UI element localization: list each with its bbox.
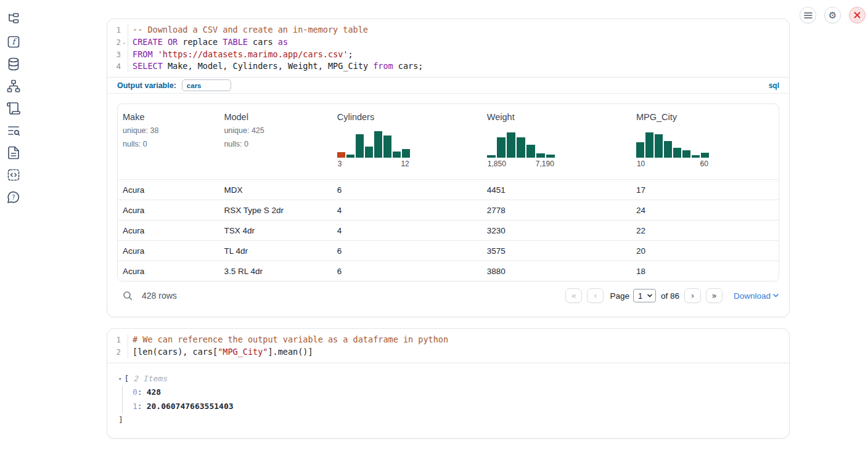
histogram-bar <box>393 152 401 158</box>
code-token: [len(cars), cars[ <box>133 347 218 357</box>
code-token: replace <box>178 37 223 47</box>
python-output: ▾ [ 2 Items 0:4281:20.060747663551403 ] <box>107 363 789 427</box>
table-cell: TSX 4dr <box>219 226 332 235</box>
menu-icon[interactable] <box>800 7 816 23</box>
table-cell: Acura <box>118 185 219 195</box>
chevron-down-icon[interactable]: ▾ <box>118 376 121 382</box>
dependency-graph-icon[interactable] <box>6 79 21 94</box>
table-row[interactable]: Acura3.5 RL 4dr6388018 <box>118 261 779 281</box>
histogram-bars <box>636 129 709 158</box>
code-token: ; <box>348 49 353 59</box>
histogram-min-label: 1,850 <box>488 160 506 168</box>
output-variable-row: Output variable: sql <box>107 77 789 94</box>
table-row[interactable]: AcuraMDX6445117 <box>118 179 779 200</box>
function-square-icon[interactable]: f <box>6 34 21 49</box>
code-line[interactable]: 4SELECT Make, Model, Cylinders, Weight, … <box>107 60 789 73</box>
histogram-bars <box>337 129 410 158</box>
download-button[interactable]: Download <box>734 291 779 301</box>
fold-gutter <box>121 60 128 73</box>
close-icon[interactable] <box>849 7 866 23</box>
pagination: « ‹ Page 1 of 86 › » Download <box>560 288 779 303</box>
code-line[interactable]: 3FROM 'https://datasets.marimo.app/cars.… <box>107 49 789 61</box>
fold-chevron-icon[interactable]: ⌄ <box>121 36 128 49</box>
python-cell: 1# We can reference the output variable … <box>107 328 790 439</box>
gear-icon[interactable]: ⚙ <box>824 7 841 23</box>
code-line[interactable]: 1# We can reference the output variable … <box>107 334 789 346</box>
table-cell: Acura <box>118 267 219 276</box>
code-snippet-icon[interactable] <box>6 168 21 182</box>
table-cell: MDX <box>219 185 332 195</box>
histogram-max-label: 12 <box>401 160 409 168</box>
histogram-bar <box>337 152 345 158</box>
table-row[interactable]: AcuraRSX Type S 2dr4277824 <box>118 200 779 220</box>
next-page-button[interactable]: › <box>684 288 701 303</box>
code-token: cars; <box>393 61 424 71</box>
first-page-button[interactable]: « <box>565 288 582 303</box>
fold-gutter <box>121 334 128 346</box>
tree-close: ] <box>118 413 779 427</box>
column-header-model[interactable]: Modelunique: 425nulls: 0 <box>219 104 332 179</box>
histogram-bar <box>701 153 709 158</box>
table-cell: 4 <box>332 206 482 215</box>
code-text: [len(cars), cars["MPG_City"].mean()] <box>128 346 313 358</box>
table-footer: 428 rows « ‹ Page 1 of 86 › » Download <box>117 281 779 310</box>
tree-items-count: 2 Items <box>134 374 168 383</box>
sql-code-editor[interactable]: 1-- Download a CSV and create an in-memo… <box>107 19 789 77</box>
histogram-max-label: 7,190 <box>536 160 554 168</box>
code-token: TABLE <box>223 37 248 47</box>
column-name: Cylinders <box>337 112 477 122</box>
table-cell: 3575 <box>482 246 631 256</box>
code-token: -- Download a CSV and create an in-memor… <box>133 25 368 34</box>
histogram-axis-labels: 1060 <box>636 160 709 168</box>
column-stat: unique: 425 <box>224 126 327 136</box>
search-icon[interactable] <box>123 291 133 301</box>
tree-item[interactable]: 1:20.060747663551403 <box>133 399 779 413</box>
language-badge: sql <box>769 81 779 90</box>
output-variable-label: Output variable: <box>117 81 176 90</box>
page-select[interactable]: 1 <box>633 289 656 302</box>
column-header-mpg_city[interactable]: MPG_City1060 <box>631 104 779 179</box>
table-body: AcuraMDX6445117AcuraRSX Type S 2dr427782… <box>118 179 779 281</box>
histogram-bar <box>664 141 672 158</box>
code-token: SELECT <box>133 61 163 71</box>
column-header-cylinders[interactable]: Cylinders312 <box>332 104 482 179</box>
code-line[interactable]: 1-- Download a CSV and create an in-memo… <box>107 24 789 36</box>
code-token: cars <box>248 37 278 47</box>
tree-items: 0:4281:20.060747663551403 <box>122 386 779 413</box>
code-token: OR <box>168 37 178 47</box>
histogram-bar <box>636 142 644 158</box>
code-line[interactable]: 2⌄CREATE OR replace TABLE cars as <box>107 36 789 49</box>
histogram-bar <box>673 148 681 158</box>
column-header-weight[interactable]: Weight1,8507,190 <box>482 104 631 179</box>
column-header-make[interactable]: Makeunique: 38nulls: 0 <box>118 104 219 179</box>
help-chat-icon[interactable]: ? <box>6 190 21 204</box>
histogram-bar <box>497 137 506 158</box>
table-cell: 20 <box>631 246 779 256</box>
text-search-icon[interactable] <box>6 123 21 138</box>
prev-page-button[interactable]: ‹ <box>587 288 604 303</box>
table-cell: 3880 <box>482 267 631 276</box>
table-cell: 17 <box>631 185 779 195</box>
histogram-bar <box>526 145 535 158</box>
column-histogram: 1060 <box>636 129 774 168</box>
code-token: FROM <box>133 49 153 59</box>
fold-gutter <box>121 49 128 61</box>
file-document-icon[interactable] <box>6 145 21 160</box>
tree-item[interactable]: 0:428 <box>133 386 779 400</box>
column-stat: unique: 38 <box>123 126 214 136</box>
histogram-bar <box>655 134 663 158</box>
database-icon[interactable] <box>6 57 21 71</box>
table-cell: 6 <box>332 267 482 276</box>
code-text: # We can reference the output variable a… <box>128 334 448 346</box>
scroll-icon[interactable] <box>6 101 21 116</box>
python-code-editor[interactable]: 1# We can reference the output variable … <box>107 329 789 363</box>
last-page-button[interactable]: » <box>706 288 723 303</box>
sql-cell: 1-- Download a CSV and create an in-memo… <box>107 18 790 317</box>
file-tree-icon[interactable] <box>6 12 21 27</box>
histogram-bar <box>356 134 364 158</box>
histogram-bar <box>536 153 545 158</box>
output-variable-input[interactable] <box>182 79 231 91</box>
code-line[interactable]: 2[len(cars), cars["MPG_City"].mean()] <box>107 346 789 358</box>
table-row[interactable]: AcuraTL 4dr6357520 <box>118 240 779 261</box>
table-row[interactable]: AcuraTSX 4dr4323022 <box>118 220 779 240</box>
